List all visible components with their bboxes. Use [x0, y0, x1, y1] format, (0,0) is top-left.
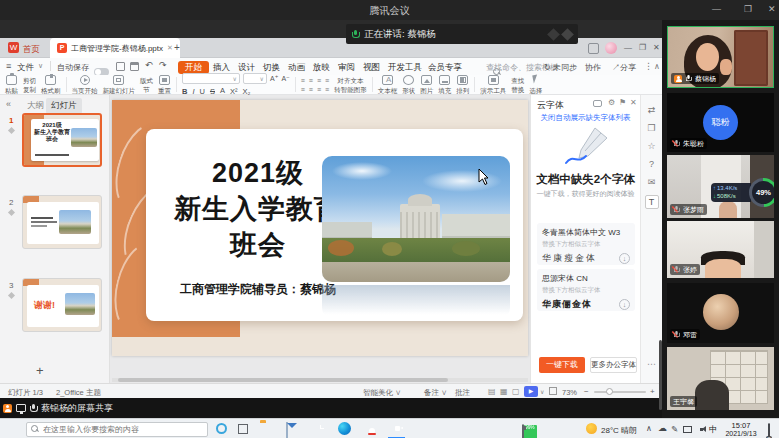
notes-button[interactable]: 备注 ∨ — [424, 388, 447, 398]
share-button[interactable]: ↗分享 — [612, 62, 636, 73]
font-shrink-button[interactable]: A⁻ — [281, 75, 289, 82]
minimize-icon[interactable]: — — [712, 4, 721, 14]
tab-devtools[interactable]: 开发工具 — [388, 62, 422, 74]
mail-icon[interactable]: ✉ — [641, 177, 662, 187]
disable-autoshow-link[interactable]: 关闭自动展示缺失字体列表 — [531, 113, 640, 123]
comment-icon[interactable] — [593, 100, 602, 107]
layout-button[interactable]: 版式 — [140, 77, 153, 84]
document-tab[interactable]: P 工商管理学院-蔡锦杨.pptx ✕ — [50, 38, 180, 58]
print-icon[interactable] — [130, 62, 139, 71]
slides-tab[interactable]: 幻灯片 — [46, 98, 82, 114]
slide-thumbnail-1[interactable]: 2021级 新生入学教育 班会 — [22, 113, 102, 167]
wps-close-icon[interactable]: ✕ — [653, 43, 660, 52]
slide[interactable]: 2021级 新生入学教育 班会 工商管理学院辅导员：蔡锦杨 — [112, 100, 528, 356]
font-pane-tab[interactable]: T — [645, 195, 659, 209]
gear-icon[interactable]: ⚙ — [608, 98, 615, 107]
maximize-icon[interactable]: ❐ — [744, 4, 752, 14]
cut-button[interactable]: 剪切 — [23, 77, 36, 84]
presentation-tools-button[interactable]: 演示工具 — [480, 75, 506, 94]
new-tab-button[interactable]: + — [174, 42, 180, 53]
number-list-icon[interactable]: ≡ — [309, 77, 313, 84]
clock-tray[interactable]: 15:07 2021/9/13 — [720, 421, 762, 437]
play-caret-icon[interactable]: ∨ — [540, 388, 544, 395]
video-tile[interactable]: 聪粉 朱聪粉 — [667, 93, 774, 152]
weather-text[interactable]: 28°C 晴朗 — [601, 425, 637, 436]
slide-thumbnail-2[interactable] — [22, 195, 102, 249]
shape-button[interactable]: 形状 — [402, 75, 415, 94]
select-button[interactable]: 选择 — [529, 75, 542, 94]
fill-button[interactable]: 填充 — [438, 75, 451, 94]
align-center-icon[interactable]: ≡ — [309, 86, 313, 93]
account-avatar[interactable] — [605, 42, 617, 54]
download-font-icon[interactable]: ↓ — [619, 253, 630, 264]
pages-icon[interactable]: ❐ — [641, 123, 662, 133]
view-normal-icon[interactable]: ▤ — [488, 387, 496, 396]
save-icon[interactable] — [116, 62, 125, 71]
arrange-button[interactable]: 排列 — [456, 75, 469, 94]
paste-button[interactable]: 粘贴 — [5, 75, 18, 94]
scrollbar-thumb[interactable] — [118, 378, 448, 382]
font-grow-button[interactable]: A⁺ — [270, 75, 278, 82]
beautify-button[interactable]: 智能美化 ∨ — [363, 388, 401, 398]
video-tile[interactable]: 王宇馨 — [667, 347, 774, 410]
section-button[interactable]: 节 — [140, 86, 153, 93]
pen-tray-icon[interactable]: ✎ — [671, 424, 678, 434]
wps-restore-icon[interactable]: ❐ — [639, 43, 646, 52]
smart-art-button[interactable]: 转智能图形 — [334, 86, 367, 93]
wps-minimize-icon[interactable]: — — [624, 43, 632, 52]
more-fonts-button[interactable]: 更多办公字体 — [590, 357, 637, 373]
view-reading-icon[interactable]: ▢ — [512, 387, 520, 396]
reset-button[interactable]: 重置 — [158, 75, 171, 94]
line-spacing-icon[interactable]: ≡ — [325, 86, 329, 93]
download-all-button[interactable]: 一键下载 — [539, 357, 585, 373]
close-icon[interactable]: ✕ — [768, 4, 776, 14]
download-font-icon[interactable]: ↓ — [619, 299, 630, 310]
bullet-list-icon[interactable]: ≡ — [301, 77, 305, 84]
add-slide-button[interactable]: + — [36, 363, 44, 378]
collapse-panel-icon[interactable]: « — [6, 99, 11, 109]
search-input[interactable] — [43, 425, 193, 434]
tray-expand-icon[interactable]: ∧ — [646, 424, 652, 433]
textbox-button[interactable]: 文本框 — [378, 75, 398, 94]
video-tile[interactable]: 蔡锦杨 — [667, 26, 774, 88]
zoom-level[interactable]: 73% — [562, 388, 577, 397]
slide-thumbnail-3[interactable]: 谢谢! — [22, 278, 102, 332]
undo-icon[interactable]: ↶ — [145, 60, 153, 70]
align-right-icon[interactable]: ≡ — [317, 86, 321, 93]
wps-home-tab[interactable]: 首页 — [23, 44, 40, 56]
star-icon[interactable]: ☆ — [641, 141, 662, 151]
redo-icon[interactable]: ↷ — [159, 60, 167, 70]
tab-review[interactable]: 审阅 — [338, 62, 355, 74]
swap-icon[interactable]: ⇄ — [641, 105, 662, 115]
tab-view[interactable]: 视图 — [363, 62, 380, 74]
zoom-slider-track[interactable] — [594, 391, 646, 393]
mail-app-icon[interactable] — [286, 422, 288, 438]
device-tray-icon[interactable] — [683, 426, 692, 433]
task-view-icon[interactable] — [238, 424, 248, 434]
ime-indicator[interactable]: 中 — [709, 424, 718, 436]
tab-slideshow[interactable]: 放映 — [313, 62, 330, 74]
collab-button[interactable]: 协作 — [585, 62, 601, 73]
zoom-out-icon[interactable]: − — [584, 387, 589, 396]
zoom-slider-knob[interactable] — [606, 388, 613, 395]
indent-icon[interactable]: ≡ — [317, 77, 321, 84]
file-menu[interactable]: 文件 — [17, 62, 34, 74]
comments-button[interactable]: 批注 — [455, 388, 470, 398]
tab-close-icon[interactable]: ✕ — [167, 44, 173, 52]
docer-icon[interactable] — [588, 43, 599, 54]
align-left-icon[interactable]: ≡ — [301, 86, 305, 93]
edge-browser-icon[interactable] — [338, 422, 351, 435]
pin-icon[interactable]: ⚑ — [619, 98, 626, 107]
video-tile[interactable]: 张婷 — [667, 221, 774, 278]
collapse-ribbon-icon[interactable]: ∧ — [654, 62, 660, 71]
zoom-in-icon[interactable]: + — [650, 387, 655, 396]
close-pane-icon[interactable]: ✕ — [630, 98, 637, 107]
font-size-select[interactable]: ∨ — [243, 73, 267, 84]
play-current-button[interactable]: 当页开始 — [72, 75, 98, 94]
play-button[interactable]: ▶ — [524, 386, 538, 397]
tab-animation[interactable]: 动画 — [288, 62, 305, 74]
find-button[interactable]: 查找 — [511, 77, 524, 84]
new-slide-button[interactable]: 新建幻灯片 — [103, 75, 136, 94]
video-tile[interactable]: 邓雷 — [667, 283, 774, 343]
tab-member[interactable]: 会员专享 — [428, 62, 462, 74]
